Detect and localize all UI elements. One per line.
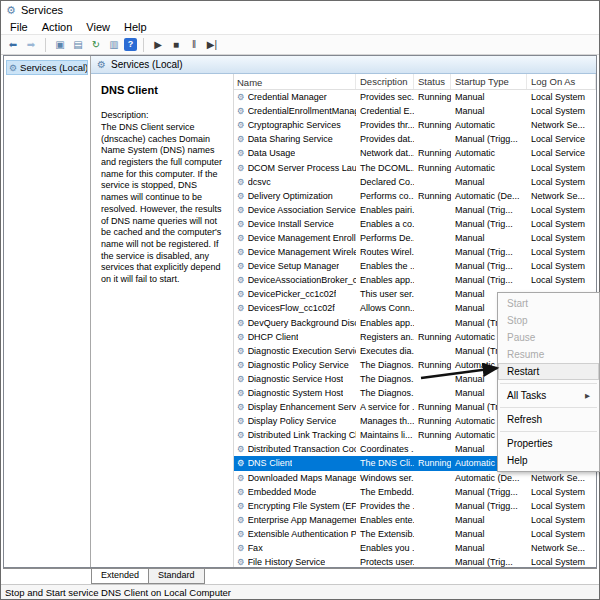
table-row[interactable]: ⚙File History ServiceProtects user...Man…	[234, 555, 596, 567]
service-logon-as: Network Se...	[527, 120, 596, 130]
column-header-name[interactable]: Name	[234, 74, 356, 89]
menu-view[interactable]: View	[79, 21, 117, 33]
services-node-icon: ⚙	[9, 63, 17, 73]
table-row[interactable]: ⚙FaxEnables you ...ManualNetwork Se...	[234, 541, 596, 555]
service-name: DevicesFlow_cc1c02f	[248, 303, 335, 313]
pause-service-icon[interactable]: ‖	[186, 37, 202, 53]
service-description: The DCOML...	[356, 163, 414, 173]
service-name-cell: ⚙Diagnostic Service Host	[234, 374, 356, 384]
service-name: Diagnostic System Host	[248, 388, 344, 398]
service-startup-type: Manual (Trigg...	[451, 487, 527, 497]
table-row[interactable]: ⚙dcsvcDeclared Co...ManualLocal System	[234, 175, 596, 189]
column-header-status[interactable]: Status	[414, 74, 451, 89]
service-status: Running	[414, 92, 451, 102]
tab-standard[interactable]: Standard	[149, 569, 205, 584]
refresh-icon[interactable]: ↻	[88, 37, 104, 53]
table-row[interactable]: ⚙Encrypting File System (EFS)Provides th…	[234, 499, 596, 513]
stop-service-icon[interactable]: ■	[168, 37, 184, 53]
menu-action[interactable]: Action	[35, 21, 80, 33]
service-description: Routes Wirel...	[356, 247, 414, 257]
service-gear-icon: ⚙	[237, 120, 245, 130]
service-name-cell: ⚙Device Install Service	[234, 219, 356, 229]
tree-item-services-local[interactable]: ⚙ Services (Local)	[6, 60, 88, 75]
table-row[interactable]: ⚙CredentialEnrollmentManag...Credential …	[234, 104, 596, 118]
table-row[interactable]: ⚙Data Sharing ServiceProvides dat...Manu…	[234, 132, 596, 146]
table-row[interactable]: ⚙Credential ManagerProvides sec...Runnin…	[234, 90, 596, 104]
tab-extended[interactable]: Extended	[91, 569, 149, 584]
service-name: Enterprise App Managemen...	[248, 515, 356, 525]
restart-service-icon[interactable]: ▶|	[204, 37, 220, 53]
toolbar: ⬅➡▣▤↻▥?▶■‖▶|	[1, 34, 599, 55]
table-row[interactable]: ⚙Device Setup ManagerEnables the ...Manu…	[234, 259, 596, 273]
table-row[interactable]: ⚙Enterprise App Managemen...Enables ente…	[234, 513, 596, 527]
service-name-cell: ⚙Fax	[234, 543, 356, 553]
service-name: DCOM Server Process Launc...	[248, 163, 356, 173]
table-row[interactable]: ⚙Extensible Authentication Pr...The Exte…	[234, 527, 596, 541]
forward-arrow-icon[interactable]: ➡	[23, 37, 39, 53]
service-logon-as: Local System	[527, 219, 596, 229]
service-name-cell: ⚙Extensible Authentication Pr...	[234, 529, 356, 539]
table-row[interactable]: ⚙Cryptographic ServicesProvides thr...Ru…	[234, 118, 596, 132]
column-header-log-on-as[interactable]: Log On As	[527, 74, 596, 89]
start-service-icon[interactable]: ▶	[150, 37, 166, 53]
column-header-startup-type[interactable]: Startup Type	[451, 74, 527, 89]
service-gear-icon: ⚙	[237, 402, 245, 412]
service-gear-icon: ⚙	[237, 177, 245, 187]
back-arrow-icon[interactable]: ⬅	[5, 37, 21, 53]
table-row[interactable]: ⚙DeviceAssociationBroker_cc1...Enables a…	[234, 273, 596, 287]
service-description: Provides the ...	[356, 501, 414, 511]
service-name: Device Management Enroll...	[248, 233, 356, 243]
export-list-icon[interactable]: ▥	[106, 37, 122, 53]
service-startup-type: Manual	[451, 177, 527, 187]
table-row[interactable]: ⚙DCOM Server Process Launc...The DCOML..…	[234, 160, 596, 174]
service-startup-type: Manual	[451, 543, 527, 553]
service-name: DevQuery Background Disc...	[248, 318, 356, 328]
service-gear-icon: ⚙	[237, 473, 245, 483]
service-name-cell: ⚙Encrypting File System (EFS)	[234, 501, 356, 511]
service-name: Diagnostic Service Host	[248, 374, 344, 384]
show-console-tree-icon[interactable]: ▣	[52, 37, 68, 53]
properties-window-icon[interactable]: ▤	[70, 37, 86, 53]
help-icon[interactable]: ?	[124, 38, 137, 51]
description-panel: DNS Client Description: The DNS Client s…	[91, 74, 234, 567]
table-row[interactable]: ⚙Device Install ServiceEnables a co...Ma…	[234, 217, 596, 231]
service-description: Registers an...	[356, 332, 414, 342]
service-description: Provides thr...	[356, 120, 414, 130]
services-gear-icon: ⚙	[6, 4, 16, 17]
services-window: ⚙ Services FileActionViewHelp ⬅➡▣▤↻▥?▶■‖…	[0, 0, 600, 600]
table-row[interactable]: ⚙Downloaded Maps ManagerWindows ser...Au…	[234, 471, 596, 485]
table-row[interactable]: ⚙Device Management Enroll...Performs De.…	[234, 231, 596, 245]
selected-service-name: DNS Client	[101, 84, 223, 96]
context-menu-properties[interactable]: Properties	[498, 435, 599, 452]
menu-help[interactable]: Help	[117, 21, 154, 33]
service-gear-icon: ⚙	[237, 191, 245, 201]
service-gear-icon: ⚙	[237, 430, 245, 440]
table-row[interactable]: ⚙Delivery OptimizationPerforms co...Runn…	[234, 189, 596, 203]
table-row[interactable]: ⚙Device Association ServiceEnables pairi…	[234, 203, 596, 217]
service-gear-icon: ⚙	[237, 233, 245, 243]
service-name-cell: ⚙DCOM Server Process Launc...	[234, 163, 356, 173]
service-name: DHCP Client	[248, 332, 299, 342]
service-description: Provides sec...	[356, 92, 414, 102]
service-logon-as: Local System	[527, 205, 596, 215]
service-name: File History Service	[248, 557, 326, 567]
service-description: Allows Conn...	[356, 303, 414, 313]
context-menu-item-label: Pause	[507, 331, 535, 344]
service-startup-type: Automatic	[451, 120, 527, 130]
context-menu-refresh[interactable]: Refresh	[498, 411, 599, 428]
table-row[interactable]: ⚙Data UsageNetwork dat...RunningAutomati…	[234, 146, 596, 160]
service-name: Data Sharing Service	[248, 134, 333, 144]
menu-file[interactable]: File	[3, 21, 35, 33]
context-menu-item-label: Refresh	[507, 413, 542, 426]
context-menu-restart[interactable]: Restart	[498, 363, 599, 380]
service-startup-type: Manual (Trig...	[451, 557, 527, 567]
context-menu-help[interactable]: Help	[498, 452, 599, 469]
table-row[interactable]: ⚙Device Management Wireles...Routes Wire…	[234, 245, 596, 259]
service-gear-icon: ⚙	[237, 289, 245, 299]
service-gear-icon: ⚙	[237, 416, 245, 426]
service-description: Declared Co...	[356, 177, 414, 187]
column-header-description[interactable]: Description	[356, 74, 414, 89]
context-menu-item-label: Help	[507, 454, 528, 467]
context-menu-all-tasks[interactable]: All Tasks▶	[498, 387, 599, 404]
table-row[interactable]: ⚙Embedded ModeThe Embedd...Manual (Trigg…	[234, 485, 596, 499]
